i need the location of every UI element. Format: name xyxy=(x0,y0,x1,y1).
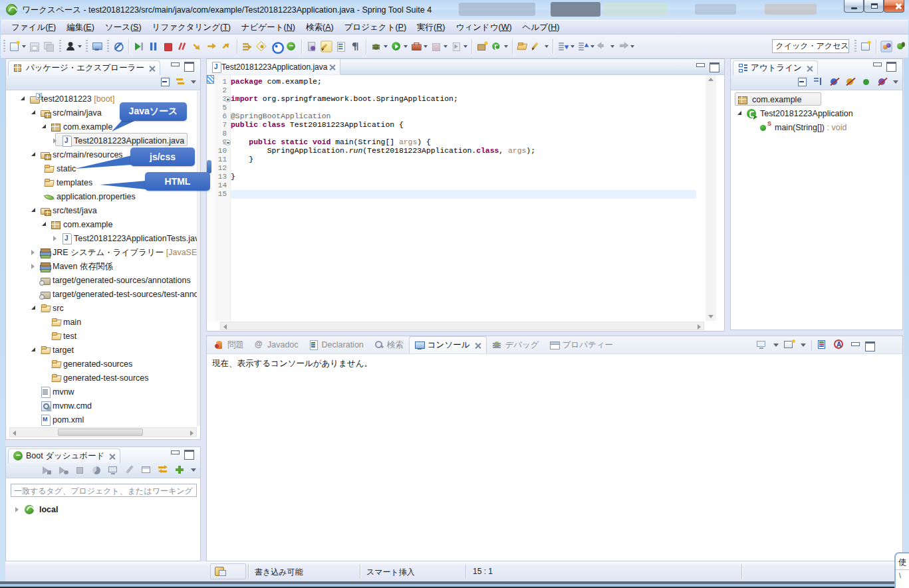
maximize-button[interactable] xyxy=(864,0,884,13)
tab-search[interactable]: 検索 xyxy=(369,336,409,353)
external-tools-icon[interactable] xyxy=(410,41,422,52)
close-editor-icon[interactable] xyxy=(329,64,335,70)
pause-icon[interactable] xyxy=(148,41,159,52)
profile-icon[interactable] xyxy=(306,41,317,52)
editor-vscrollbar[interactable] xyxy=(706,75,716,321)
terminate-relaunch-icon[interactable] xyxy=(177,41,188,52)
sort-icon[interactable] xyxy=(813,76,825,88)
save-icon[interactable] xyxy=(29,41,40,52)
previous-annotation-icon[interactable] xyxy=(577,41,588,52)
collapse-all-icon[interactable] xyxy=(797,76,809,88)
step-over-icon[interactable] xyxy=(206,41,217,52)
mark-occurrences-icon[interactable] xyxy=(531,41,543,52)
close-button[interactable] xyxy=(884,0,904,13)
minimize-button[interactable] xyxy=(844,0,864,13)
fold-expand-icon[interactable] xyxy=(225,96,231,102)
run-icon[interactable] xyxy=(390,41,402,52)
coverage-icon[interactable] xyxy=(450,41,461,52)
encoding-icon[interactable]: A xyxy=(834,340,845,351)
editor-tab[interactable]: Test20181223Application.java xyxy=(207,59,340,75)
menu-project[interactable]: プロジェクト(P) xyxy=(339,21,412,35)
fold-collapse-icon[interactable] xyxy=(225,140,231,146)
next-annotation-icon[interactable] xyxy=(557,41,569,52)
menu-source[interactable]: ソース(S) xyxy=(100,21,147,35)
menu-search[interactable]: 検索(A) xyxy=(301,21,339,35)
step-into-icon[interactable] xyxy=(192,41,203,52)
run-last-icon[interactable] xyxy=(133,41,144,52)
hide-local-types-icon[interactable] xyxy=(877,76,888,88)
close-view-icon[interactable] xyxy=(807,65,813,71)
console-dropdown-icon[interactable] xyxy=(773,343,779,347)
console-icon[interactable] xyxy=(108,464,119,476)
menu-edit[interactable]: 編集(E) xyxy=(61,21,100,35)
boot-filter-input[interactable]: 一致するタグ、プロジェクト、またはワーキング・ xyxy=(11,484,197,497)
forward-icon[interactable] xyxy=(617,41,628,52)
spring-perspective-icon[interactable] xyxy=(896,41,907,52)
stop-icon[interactable] xyxy=(162,41,174,52)
open-task-icon[interactable] xyxy=(517,41,528,52)
menu-run[interactable]: 実行(R) xyxy=(412,21,450,35)
skip-breakpoints-icon[interactable] xyxy=(112,41,124,52)
close-tab-icon[interactable] xyxy=(475,342,481,348)
start-icon[interactable] xyxy=(41,464,53,476)
explorer-hscrollbar[interactable] xyxy=(9,427,197,437)
tab-debug[interactable]: デバッグ xyxy=(487,336,544,353)
pie-icon[interactable] xyxy=(91,464,102,476)
tab-problems[interactable]: 問題 xyxy=(209,336,249,353)
edit-icon[interactable] xyxy=(124,464,136,476)
minimize-view-icon[interactable] xyxy=(872,62,882,70)
open-perspective-icon[interactable] xyxy=(860,41,872,52)
properties-table-icon[interactable] xyxy=(141,464,152,476)
tab-console[interactable]: コンソール xyxy=(409,336,487,353)
console-view-icon[interactable] xyxy=(91,41,102,52)
tab-javadoc[interactable]: Javadoc xyxy=(249,336,304,353)
debug-filter-icon[interactable] xyxy=(256,41,267,52)
maximize-view-icon[interactable] xyxy=(886,62,896,70)
view-menu-icon[interactable] xyxy=(893,80,898,84)
hide-static-icon[interactable] xyxy=(845,76,856,88)
minimize-view-icon[interactable] xyxy=(170,450,180,458)
view-menu-icon[interactable] xyxy=(191,468,196,472)
tab-properties[interactable]: プロパティー xyxy=(545,336,618,353)
boot-dashboard-tab[interactable]: Boot ダッシュボード xyxy=(8,448,120,463)
hide-fields-icon[interactable] xyxy=(829,76,841,88)
new-class-icon[interactable] xyxy=(491,41,502,52)
status-icon-box[interactable] xyxy=(210,563,246,579)
show-whitespace-icon[interactable] xyxy=(350,41,361,52)
display-console-icon[interactable] xyxy=(757,340,768,351)
close-view-icon[interactable] xyxy=(109,453,115,459)
junit-icon[interactable] xyxy=(335,41,346,52)
menu-file[interactable]: ファイル(F) xyxy=(6,21,61,35)
spring-boot-icon[interactable] xyxy=(285,41,297,52)
title-bar[interactable]: ワークスペース - test20181223/src/main/java/com… xyxy=(0,0,909,20)
quick-access-input[interactable]: クイック・アクセス xyxy=(772,39,849,53)
new-wizard-icon[interactable] xyxy=(9,41,20,52)
stop-boot-icon[interactable] xyxy=(74,464,86,476)
save-all-icon[interactable] xyxy=(43,41,55,52)
debug-icon[interactable] xyxy=(370,41,382,52)
open-console-dropdown-icon[interactable] xyxy=(801,343,806,347)
debug-start-icon[interactable] xyxy=(58,464,69,476)
step-return-icon[interactable] xyxy=(221,41,232,52)
spring-devtools-icon[interactable] xyxy=(271,41,282,52)
profile-as-icon[interactable] xyxy=(430,41,442,52)
highlight-icon[interactable] xyxy=(321,41,332,52)
maximize-view-icon[interactable] xyxy=(184,450,194,458)
hide-non-public-icon[interactable] xyxy=(861,76,872,88)
tab-declaration[interactable]: Declaration xyxy=(304,336,369,353)
minimize-editor-icon[interactable] xyxy=(696,62,705,70)
java-perspective-icon[interactable] xyxy=(881,41,892,52)
menu-refactor[interactable]: リファクタリング(T) xyxy=(147,21,236,35)
editor-hscrollbar[interactable] xyxy=(220,322,704,330)
open-console-icon[interactable] xyxy=(784,340,795,351)
minimize-view-icon[interactable] xyxy=(850,342,860,349)
maximize-view-icon[interactable] xyxy=(865,342,874,349)
reorder-icon[interactable] xyxy=(158,464,169,476)
back-icon[interactable] xyxy=(597,41,608,52)
pin-console-icon[interactable] xyxy=(817,340,829,351)
outline-tab[interactable]: アウトライン xyxy=(733,60,818,75)
explorer-vscrollbar[interactable] xyxy=(197,91,200,426)
new-java-project-icon[interactable] xyxy=(476,41,487,52)
menu-window[interactable]: ウィンドウ(W) xyxy=(450,21,517,35)
menu-help[interactable]: ヘルプ(H) xyxy=(517,21,565,35)
